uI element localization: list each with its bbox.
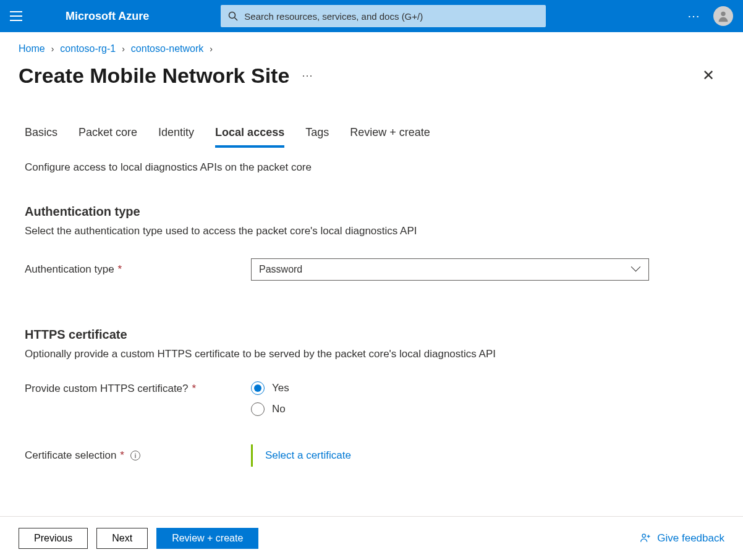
intro-text: Configure access to local diagnostics AP…: [25, 161, 718, 174]
select-certificate-link[interactable]: Select a certificate: [265, 449, 351, 461]
cert-selection-label-text: Certificate selection: [25, 449, 116, 462]
breadcrumb-rg[interactable]: contoso-rg-1: [60, 43, 116, 54]
svg-line-1: [235, 18, 238, 21]
topbar-right: ⋯: [687, 6, 733, 26]
brand-label[interactable]: Microsoft Azure: [66, 10, 149, 23]
required-icon: *: [192, 383, 197, 395]
breadcrumb-network[interactable]: contoso-network: [131, 43, 203, 54]
tab-tags[interactable]: Tags: [305, 126, 329, 148]
review-create-button[interactable]: Review + create: [156, 528, 258, 549]
auth-section-desc: Select the authentication type used to a…: [25, 225, 718, 237]
top-bar: Microsoft Azure ⋯: [0, 0, 743, 32]
tab-packet-core[interactable]: Packet core: [79, 126, 137, 148]
breadcrumb-home[interactable]: Home: [19, 43, 45, 54]
tab-review-create[interactable]: Review + create: [350, 126, 430, 148]
previous-button[interactable]: Previous: [19, 528, 88, 549]
cert-section-desc: Optionally provide a custom HTTPS certif…: [25, 348, 718, 360]
cert-selection-row: Certificate selection * i Select a certi…: [25, 444, 718, 467]
content: Configure access to local diagnostics AP…: [0, 148, 743, 467]
svg-point-2: [721, 12, 725, 16]
tab-local-access[interactable]: Local access: [215, 126, 284, 148]
auth-type-value: Password: [259, 264, 302, 275]
auth-type-select[interactable]: Password: [251, 258, 649, 281]
info-icon[interactable]: i: [130, 451, 140, 460]
radio-no[interactable]: No: [251, 402, 289, 416]
tabs: Basics Packet core Identity Local access…: [0, 89, 743, 148]
menu-icon[interactable]: [10, 9, 25, 23]
auth-section-title: Authentication type: [25, 205, 718, 219]
provide-cert-label-text: Provide custom HTTPS certificate?: [25, 383, 189, 395]
footer: Previous Next Review + create Give feedb…: [0, 516, 743, 560]
svg-point-3: [642, 534, 645, 537]
chevron-right-icon: ›: [122, 44, 125, 54]
auth-type-row: Authentication type * Password: [25, 258, 718, 281]
avatar[interactable]: [713, 6, 733, 26]
person-icon: [716, 9, 730, 23]
chevron-down-icon: [632, 265, 641, 274]
radio-no-label: No: [272, 403, 286, 415]
breadcrumb: Home › contoso-rg-1 › contoso-network ›: [0, 32, 743, 58]
radio-icon: [251, 381, 265, 395]
cert-section-title: HTTPS certificate: [25, 328, 718, 342]
provide-cert-radio-group: Yes No: [251, 381, 289, 416]
close-icon[interactable]: ✕: [697, 62, 720, 89]
search-box[interactable]: [221, 5, 546, 27]
tab-identity[interactable]: Identity: [158, 126, 194, 148]
required-icon: *: [118, 263, 122, 276]
cert-link-wrap: Select a certificate: [251, 444, 363, 467]
chevron-right-icon: ›: [51, 44, 54, 54]
radio-yes-label: Yes: [272, 382, 289, 394]
chevron-right-icon: ›: [210, 44, 213, 54]
provide-cert-label: Provide custom HTTPS certificate? *: [25, 381, 251, 395]
tab-basics[interactable]: Basics: [25, 126, 57, 148]
title-more-icon[interactable]: ⋯: [302, 69, 313, 82]
auth-type-label: Authentication type *: [25, 263, 251, 276]
svg-point-0: [229, 12, 236, 19]
give-feedback-link[interactable]: Give feedback: [640, 532, 724, 545]
feedback-icon: [640, 532, 652, 545]
radio-yes[interactable]: Yes: [251, 381, 289, 395]
search-input[interactable]: [244, 11, 538, 22]
search-icon: [228, 11, 238, 21]
auth-type-label-text: Authentication type: [25, 263, 114, 276]
page-title: Create Mobile Network Site: [19, 64, 289, 88]
feedback-label: Give feedback: [657, 532, 724, 545]
radio-icon: [251, 402, 265, 416]
required-icon: *: [120, 449, 124, 462]
more-icon[interactable]: ⋯: [687, 9, 701, 23]
provide-cert-row: Provide custom HTTPS certificate? * Yes …: [25, 381, 718, 416]
cert-selection-label: Certificate selection * i: [25, 444, 251, 467]
next-button[interactable]: Next: [96, 528, 148, 549]
search-wrap: [221, 5, 546, 27]
title-row: Create Mobile Network Site ⋯ ✕: [0, 58, 743, 89]
